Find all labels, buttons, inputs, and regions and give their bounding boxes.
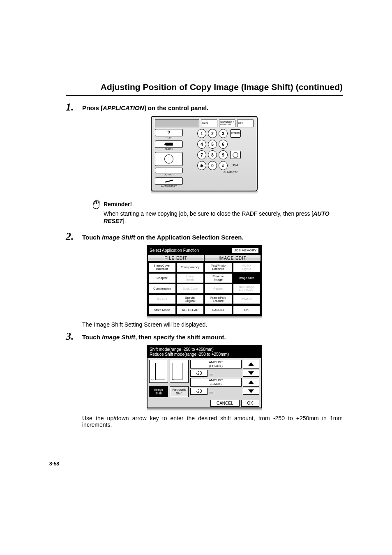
step-2-pre: Touch [82,234,102,241]
step-1-post: ] on the control panel. [144,104,209,111]
arrow-icon: ↔ [150,377,154,382]
reduce-shift-mode-button[interactable]: Reduce&Shift [170,386,189,397]
cell-combination[interactable]: Combination [148,284,176,294]
check-button[interactable] [155,140,183,148]
cell-image-insert[interactable]: ImageInsert [177,273,204,283]
check-label: CHECK [155,148,183,150]
after-step-2-text: The Image Shift Setting Screen will be d… [82,321,343,328]
hand-icon [90,198,102,210]
front-value: -20 [190,370,208,377]
key-0[interactable]: 0 [208,161,217,170]
step-1-text: Press [APPLICATION] on the control panel… [82,102,208,111]
step-3-post: , then specify the shift amount. [135,334,226,341]
start-label: STAR [233,164,238,167]
auto-reset-label: AUTO RESET [155,185,183,187]
cell-reverse-image[interactable]: ReverseImage [205,273,232,283]
image-shift-setting-figure: Shift mode(range -250 to +250mm) Reduce … [147,345,262,411]
lcd-screen [155,119,199,127]
output-label: OUTPUT [155,173,183,176]
cancel-button[interactable]: CANCEL [205,306,232,315]
step-1-pre: Press [ [82,104,103,111]
svg-marker-2 [233,152,238,157]
step-3-number: 3. [66,331,82,342]
after-step-3-text: Use the up/down arrow key to enter the d… [82,415,343,428]
control-panel-figure: DATA SCANNER / PRINTER FAX ? HELP CHECK [151,116,258,194]
cell-booklet[interactable]: Booklet [148,295,176,304]
cell-sheet-cover[interactable]: Sheet/CoverInsertion [148,263,176,272]
cell-image-shift[interactable]: Image Shift [233,273,261,283]
triangle-down-icon [248,389,254,393]
step-3-text: Touch Image Shift, then specify the shif… [82,331,226,341]
key-3[interactable]: 3 [219,129,228,138]
job-memory-button[interactable]: JOB MEMORY [232,247,259,253]
cell-non-image-erase[interactable]: Non-ImageArea Erase [233,284,261,294]
cell-special-original[interactable]: SpecialOriginal [177,295,204,304]
key-9[interactable]: 9 [219,150,228,159]
reminder-heading: Reminder! [90,198,343,210]
cell-transparency[interactable]: Transparency [177,263,204,272]
cell-auto-layout[interactable]: AUTOLayout [233,263,261,272]
clear-qty-label: CLEAR QTY. [185,171,254,173]
reminder-pre: When starting a new copying job, be sure… [104,210,313,217]
page-number: 8-58 [49,461,343,467]
fig3-cancel-button[interactable]: CANCEL [210,400,240,407]
ok-button[interactable]: OK [233,306,261,315]
key-2[interactable]: 2 [208,129,217,138]
auto-reset-button[interactable] [155,177,183,185]
back-down-button[interactable] [243,388,259,395]
cell-repeat[interactable]: Repeat [205,284,232,294]
step-3-pre: Touch [82,334,102,341]
key-7[interactable]: 7 [197,150,206,159]
interrupt-button[interactable]: INTERR [230,129,241,138]
step-2: 2. Touch Image Shift on the Application … [66,231,343,242]
reminder-body: When starting a new copying job, be sure… [104,210,343,225]
arrow-icon: ↔ [171,377,175,382]
all-clear-button[interactable]: ALL CLEAR [177,306,204,315]
key-6[interactable]: 6 [219,140,228,149]
cell-stamp[interactable]: STAMP [233,295,261,304]
tab-file-edit[interactable]: FILE EDIT [148,255,204,262]
reminder-label: Reminder! [104,201,132,207]
key-asterisk[interactable]: ✱ [197,161,206,170]
back-value: -20 [190,388,208,395]
cell-text-photo[interactable]: Text/PhotoEnhance [205,263,232,272]
scanner-printer-indicator: SCANNER / PRINTER [219,119,235,127]
pencil-icon [164,142,174,146]
key-4[interactable]: 4 [197,140,206,149]
back-up-button[interactable] [243,378,259,387]
application-selection-figure: Select Application Function JOB MEMORY F… [147,245,262,319]
mode-dial[interactable] [155,152,183,166]
preview-back: ↔ [170,360,189,383]
fig3-head-line2: Reduce Shift mode(range -250 to +250mm) [150,352,259,357]
fax-indicator: FAX [237,119,254,127]
cell-frame-fold[interactable]: Frame/FoldErasure [205,295,232,304]
fig3-head-line1: Shift mode(range -250 to +250mm) [150,347,259,352]
page-title: Adjusting Position of Copy Image (Image … [66,82,343,96]
tab-image-edit[interactable]: IMAGE EDIT [204,255,261,262]
store-mode-button[interactable]: Store Mode [148,306,176,315]
cell-chapter[interactable]: Chapter [148,273,176,283]
key-5[interactable]: 5 [208,140,217,149]
step-3: 3. Touch Image Shift, then specify the s… [66,331,343,342]
front-down-button[interactable] [243,370,259,377]
reminder-post: ]. [123,218,126,224]
triangle-down-icon [248,371,254,375]
step-2-number: 2. [66,231,82,242]
reset-icon [164,179,174,183]
image-shift-mode-button[interactable]: ImageShift [149,386,168,397]
key-8[interactable]: 8 [208,150,217,159]
help-label: HELP [155,136,183,139]
step-1-number: 1. [66,102,82,113]
numeric-keypad: 1 2 3 INTERR 4 5 6 7 8 9 ✱ 0 # [185,129,254,170]
output-button[interactable] [155,168,183,173]
mm-unit: mm [209,373,214,377]
key-1[interactable]: 1 [197,129,206,138]
cell-book-copy[interactable]: Book Copy [177,284,204,294]
front-up-button[interactable] [243,360,259,368]
help-button[interactable]: ? [155,129,183,136]
fig3-ok-button[interactable]: OK [241,400,259,407]
key-hash[interactable]: # [219,161,228,170]
step-2-text: Touch Image Shift on the Application Sel… [82,231,244,241]
stop-button[interactable] [230,151,241,159]
data-indicator: DATA [201,119,217,127]
